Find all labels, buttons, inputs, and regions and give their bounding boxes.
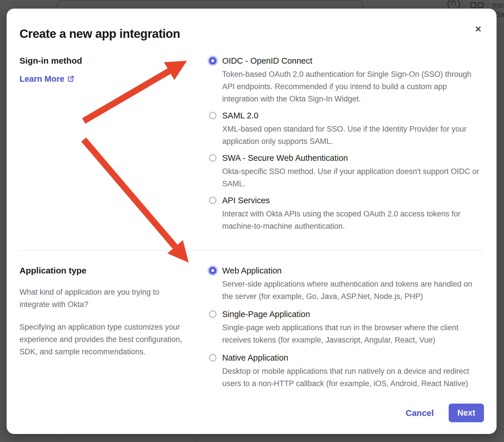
background-table-divider	[62, 433, 63, 442]
api-services-label: API Services	[222, 195, 484, 206]
native-application-description: Desktop or mobile applications that run …	[222, 365, 484, 390]
single-page-application-description: Single-page web applications that run in…	[222, 322, 484, 346]
application-type-heading: Application type	[19, 265, 192, 276]
learn-more-link[interactable]: Learn More	[19, 74, 75, 84]
next-button[interactable]: Next	[449, 404, 484, 422]
api-services-radio[interactable]	[209, 197, 216, 204]
native-application-label: Native Application	[222, 353, 484, 363]
create-app-integration-dialog: ✕ Create a new app integration Sign-in m…	[7, 9, 497, 434]
external-link-icon	[67, 75, 75, 83]
application-type-question: What kind of application are you trying …	[19, 286, 192, 311]
dialog-footer: Cancel Next	[406, 404, 484, 422]
swa-radio[interactable]	[209, 154, 216, 162]
swa-description: Okta-specific SSO method. Use if your ap…	[222, 165, 484, 190]
oidc-description: Token-based OAuth 2.0 authentication for…	[222, 68, 484, 105]
web-application-radio[interactable]	[209, 267, 216, 274]
swa-label: SWA - Secure Web Authentication	[222, 153, 484, 163]
saml-radio[interactable]	[209, 112, 216, 119]
section-divider	[19, 250, 484, 251]
background-table-divider	[196, 433, 197, 442]
learn-more-label: Learn More	[19, 74, 64, 84]
saml-label: SAML 2.0	[222, 110, 484, 121]
dialog-title: Create a new app integration	[19, 9, 484, 41]
saml-description: XML-based open standard for SSO. Use if …	[222, 123, 484, 148]
oidc-radio[interactable]	[209, 57, 216, 64]
radio-option-single-page-application: Single-Page Application Single-page web …	[208, 309, 484, 346]
user-menu-text-fragment: msh	[493, 1, 504, 10]
web-application-label: Web Application	[222, 265, 484, 276]
signin-method-heading: Sign-in method	[19, 56, 192, 66]
application-type-section: Application type What kind of applicatio…	[19, 265, 484, 390]
radio-option-api-services: API Services Interact with Okta APIs usi…	[208, 195, 484, 232]
single-page-application-radio[interactable]	[209, 310, 216, 318]
web-application-description: Server-side applications where authentic…	[222, 278, 484, 303]
radio-option-saml: SAML 2.0 XML-based open standard for SSO…	[208, 110, 484, 148]
cancel-button[interactable]: Cancel	[406, 408, 434, 418]
radio-option-native-application: Native Application Desktop or mobile app…	[208, 353, 484, 390]
native-application-radio[interactable]	[209, 354, 216, 361]
radio-option-web-application: Web Application Server-side applications…	[208, 265, 484, 303]
radio-option-oidc: OIDC - OpenID Connect Token-based OAuth …	[208, 56, 484, 105]
close-icon: ✕	[474, 24, 482, 34]
radio-option-swa: SWA - Secure Web Authentication Okta-spe…	[208, 153, 484, 190]
signin-method-section: Sign-in method Learn More OIDC - OpenID …	[19, 56, 484, 232]
api-services-description: Interact with Okta APIs using the scoped…	[222, 208, 484, 232]
close-button[interactable]: ✕	[472, 24, 484, 35]
application-type-note: Specifying an application type customize…	[19, 321, 192, 358]
oidc-label: OIDC - OpenID Connect	[222, 56, 484, 66]
single-page-application-label: Single-Page Application	[222, 309, 484, 319]
